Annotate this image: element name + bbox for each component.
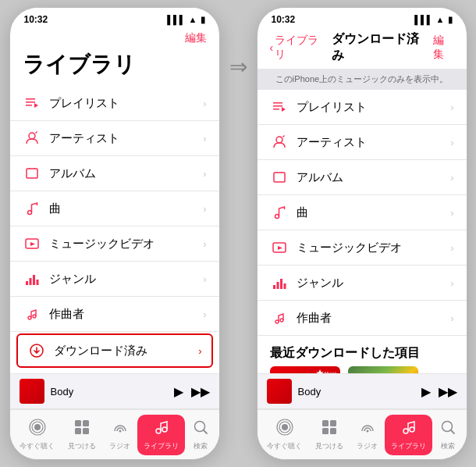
chevron-icon: › [450, 242, 453, 254]
svg-point-43 [410, 427, 414, 432]
left-menu-composer[interactable]: 作曲者 › [10, 297, 219, 332]
right-menu-songs[interactable]: 曲 › [258, 195, 467, 230]
tab-search[interactable]: 検索 [186, 414, 215, 456]
tab-listen-now[interactable]: 今すぐ聴く [13, 414, 61, 456]
app-container: 10:32 ▌▌▌ ▲ ▮ 編集 ライブラリ プレイリスト [9, 7, 467, 460]
tab-browse[interactable]: 見つける [62, 414, 102, 456]
musicvideo-label: ミュージックビデオ [49, 237, 204, 251]
right-header: ‹ ライブラリ ダウンロード済み 編集 [258, 28, 467, 69]
right-next-button[interactable]: ▶▶ [439, 384, 457, 399]
svg-rect-18 [83, 428, 89, 434]
musicvideo-icon [23, 234, 41, 253]
left-header: 編集 [10, 28, 219, 50]
album-icon [23, 164, 41, 183]
right-screen: ‹ ライブラリ ダウンロード済み 編集 このiPhone上のミュージックのみを表… [258, 28, 467, 459]
right-top100-card[interactable]: Music TOP 100 GLOBAL 100 [270, 366, 340, 373]
artists-label: アーティスト [297, 135, 451, 150]
chevron-icon: › [203, 238, 206, 250]
library-label: ライブラリ [144, 441, 179, 451]
search-label: 検索 [194, 441, 208, 451]
browse-label: 見つける [315, 441, 343, 451]
right-tab-search[interactable]: 検索 [433, 414, 463, 456]
mini-thumbnail [20, 379, 44, 404]
battery-icon: ▮ [448, 15, 453, 25]
albums-label: アルバム [297, 170, 451, 185]
arashi-card[interactable]: ARASHI PARTY STARTER [348, 366, 418, 373]
right-menu-genre[interactable]: ジャンル › [258, 266, 467, 301]
right-menu-artists[interactable]: アーティスト › [258, 125, 467, 160]
svg-point-34 [282, 424, 288, 430]
svg-rect-6 [29, 278, 31, 285]
left-time: 10:32 [24, 14, 48, 25]
svg-point-41 [366, 430, 368, 432]
left-menu-artists[interactable]: アーティスト › [10, 121, 219, 156]
next-button[interactable]: ▶▶ [191, 384, 210, 399]
left-edit-button[interactable]: 編集 [185, 31, 207, 45]
battery-icon: ▮ [201, 15, 205, 25]
playlists-label: プレイリスト [49, 96, 204, 111]
chevron-icon: › [450, 277, 453, 289]
right-status-icons: ▌▌▌ ▲ ▮ [414, 15, 452, 25]
right-tab-browse[interactable]: 見つける [309, 414, 350, 456]
right-menu-list: プレイリスト › アーティスト › アルバム › [258, 90, 467, 373]
svg-point-19 [119, 430, 121, 432]
svg-rect-30 [280, 279, 282, 289]
left-bottom-bar: 今すぐ聴く 見つける ラジオ [10, 409, 219, 459]
library-label: ライブラリ [391, 441, 426, 451]
musicvideo-label: ミュージックビデオ [297, 241, 451, 255]
search-icon [192, 419, 209, 440]
left-menu-genre[interactable]: ジャンル › [10, 262, 219, 297]
right-menu-albums[interactable]: アルバム › [258, 160, 467, 195]
composer-icon [23, 305, 41, 323]
signal-icon: ▌▌▌ [414, 15, 432, 24]
chevron-icon: › [203, 98, 206, 109]
back-button[interactable]: ‹ ライブラリ [270, 34, 328, 62]
album-icon [270, 168, 289, 187]
chevron-icon: › [450, 137, 453, 148]
chevron-icon: › [198, 345, 201, 357]
radio-icon [112, 419, 129, 440]
svg-rect-16 [83, 420, 89, 426]
right-edit-button[interactable]: 編集 [433, 34, 454, 62]
right-menu-musicvideo[interactable]: ミュージックビデオ › [258, 230, 467, 266]
right-mini-player[interactable]: Body ▶ ▶▶ [258, 373, 467, 409]
tab-radio[interactable]: ラジオ [103, 414, 137, 456]
listen-now-icon [29, 419, 46, 440]
genre-icon [270, 273, 289, 292]
playlist-icon [23, 94, 41, 112]
listen-now-icon [276, 419, 293, 440]
listen-now-label: 今すぐ聴く [267, 441, 302, 451]
downloaded-label: ダウンロード済み [54, 344, 199, 358]
left-menu-songs[interactable]: 曲 › [10, 191, 219, 226]
right-tab-listen-now[interactable]: 今すぐ聴く [261, 414, 308, 456]
library-icon [400, 419, 417, 440]
left-status-bar: 10:32 ▌▌▌ ▲ ▮ [10, 8, 219, 28]
right-tab-radio[interactable]: ラジオ [350, 414, 384, 456]
browse-icon [321, 419, 338, 440]
tab-library[interactable]: ライブラリ [137, 415, 185, 455]
right-menu-playlists[interactable]: プレイリスト › [258, 90, 467, 125]
left-page-title: ライブラリ [10, 50, 219, 86]
left-menu-musicvideo[interactable]: ミュージックビデオ › [10, 226, 219, 262]
right-menu-composer[interactable]: 作曲者 › [258, 301, 467, 336]
left-mini-player[interactable]: Body ▶ ▶▶ [10, 373, 219, 409]
play-button[interactable]: ▶ [174, 384, 183, 399]
svg-marker-4 [30, 242, 35, 246]
chevron-icon: › [450, 312, 453, 324]
svg-point-20 [156, 429, 161, 433]
chevron-icon: › [203, 203, 206, 215]
recently-downloaded-title: 最近ダウンロードした項目 [258, 336, 467, 366]
right-bottom-bar: 今すぐ聴く 見つける ラジオ [258, 409, 467, 459]
left-menu-downloaded[interactable]: ダウンロード済み › [16, 333, 213, 368]
back-chevron-icon: ‹ [270, 41, 274, 54]
right-tab-library[interactable]: ライブラリ [385, 415, 432, 455]
left-menu-albums[interactable]: アルバム › [10, 156, 219, 191]
svg-rect-39 [322, 428, 329, 434]
right-status-bar: 10:32 ▌▌▌ ▲ ▮ [258, 8, 467, 28]
right-play-button[interactable]: ▶ [421, 384, 431, 399]
right-album-row: Music TOP 100 GLOBAL 100 [258, 366, 467, 373]
right-top100-thumbnail: Music TOP 100 GLOBAL 100 [270, 366, 340, 373]
chevron-icon: › [203, 273, 206, 285]
svg-marker-27 [278, 246, 282, 250]
left-menu-playlists[interactable]: プレイリスト › [10, 86, 219, 121]
